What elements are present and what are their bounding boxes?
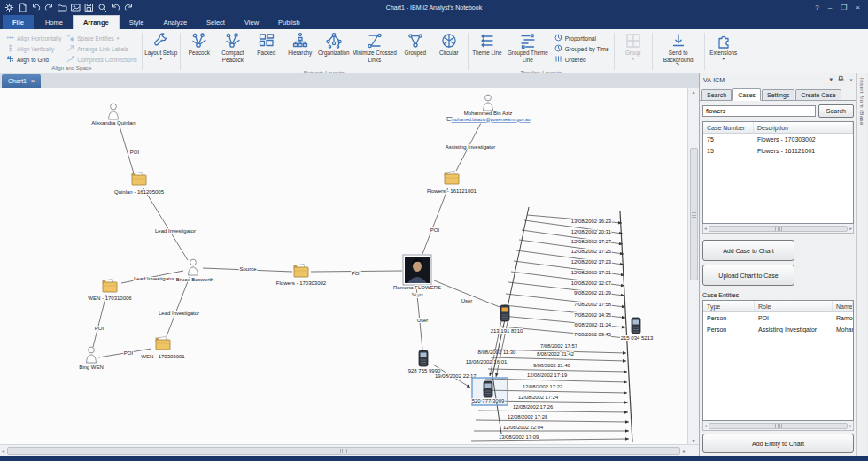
ribbon-tab-home[interactable]: Home [35,15,73,29]
entity-wen-170303001[interactable]: WEN - 170303001 [141,336,185,359]
redo-arrow-icon[interactable] [44,3,54,12]
help-button[interactable]: ? [815,4,818,12]
open-folder-icon[interactable] [58,3,67,12]
send-to-background-button[interactable]: Send to Background ▾ [655,30,702,69]
horizontal-scroll-thumb[interactable] [7,447,680,455]
chart-vertical-scrollbar[interactable]: ▴ ▾ [687,88,699,444]
link-lead-investigator[interactable]: Lead Investigator [143,188,196,260]
circular-button[interactable]: Circular [432,30,466,69]
link-lead-investigator[interactable]: Lead Investigator [159,277,199,336]
link-user[interactable]: User [434,280,500,307]
entity-alexandra[interactable]: Alexandra Quinlan [91,104,135,126]
organization-button[interactable]: Organization [317,30,351,69]
grouped-theme-line-button[interactable]: Grouped Theme Line [504,30,552,69]
case-row[interactable]: 15Flowers - 161121001 [703,145,853,157]
panel-tab-create-case[interactable]: Create Case [795,89,841,100]
entity-ramona[interactable]: Ramona FLOWERS34 yrs [393,255,441,297]
ribbon-tab-publish[interactable]: Publish [268,15,310,29]
entity-phone-520[interactable]: 520 777 3009 [472,378,508,405]
search-icon[interactable] [97,3,107,12]
column-header[interactable]: Name [833,301,853,311]
theme-line-button[interactable]: Theme Line [470,30,504,69]
panel-tab-settings[interactable]: Settings [762,89,794,100]
entity-flowers-161121001[interactable]: Flowers - 161121001 [427,171,477,194]
entity-mohammed[interactable]: Mohammed Bin Azizmohamed.binaziz@powerse… [447,95,531,122]
scroll-right-icon[interactable]: ▸ [849,226,852,231]
pin-icon[interactable] [837,75,845,84]
timeline-event-link[interactable]: 12/08/2002 22:04 [474,425,629,433]
link-poi[interactable]: POI [118,120,139,173]
scroll-up-icon[interactable]: ▴ [692,88,694,95]
redo-arrow-icon[interactable] [124,3,134,12]
proportional-button[interactable]: Proportional [552,33,612,43]
peacock-button[interactable]: Peacock [182,30,216,69]
ribbon-tab-analyze[interactable]: Analyze [153,15,197,29]
picture-icon[interactable] [71,3,81,12]
close-icon[interactable]: × [31,78,35,84]
link-assisting-investigator[interactable]: Assisting Investigator [446,119,496,171]
link-poi[interactable]: POI [422,188,448,254]
undo-arrow-icon[interactable] [111,3,120,12]
scroll-left-icon[interactable]: ◂ [2,448,4,454]
entity-email-link[interactable]: mohamed.binaziz@powersearns.gov.au [452,117,531,122]
link-poi[interactable]: POI [93,295,106,347]
column-header[interactable]: Case Number [703,122,754,133]
chart-document-tab[interactable]: Chart1 × [2,74,41,88]
close-button[interactable]: × [856,4,860,12]
undo-arrow-icon[interactable] [31,3,41,12]
entity-row[interactable]: PersonAssisting InvestigatorMohammed Bin… [703,324,853,335]
add-case-to-chart-button[interactable]: Add Case to Chart [702,240,794,261]
scroll-left-icon[interactable]: ◂ [704,226,707,231]
layout-setup-button[interactable]: Layout Setup ▾ [144,30,178,69]
entity-row[interactable]: PersonPOIRamona FLOWERS [703,312,853,324]
chart-horizontal-scrollbar[interactable]: ◂ ▸ [0,445,687,456]
entities-table-scrollbar[interactable]: ◂ ▸ [702,421,854,431]
ribbon-tab-arrange[interactable]: Arrange [73,15,120,29]
minimize-crossed-links-button[interactable]: Minimize Crossed Links [351,30,399,69]
new-document-icon[interactable] [18,3,27,12]
entity-bing[interactable]: Bing WEN [79,347,104,370]
link-source[interactable]: Source [203,266,292,272]
case-search-input[interactable] [702,105,816,117]
timeline-event-link[interactable]: 7/08/2002 17:58 [506,294,625,308]
scroll-down-icon[interactable]: ▾ [692,437,694,444]
panel-close-icon[interactable]: × [849,77,853,83]
scroll-right-icon[interactable]: ▸ [683,448,686,454]
restore-button[interactable]: ❐ [841,4,847,12]
chart-canvas[interactable]: POILead InvestigatorLead InvestigatorLea… [0,88,687,444]
entity-quinlan-case[interactable]: Quinlan - 161205005 [114,172,165,195]
ribbon-tab-style[interactable]: Style [120,15,154,29]
link-poi[interactable]: POI [311,271,402,276]
minimize-button[interactable]: – [828,4,832,12]
grouped-by-time-button[interactable]: Grouped by Time [552,43,612,54]
scroll-right-icon[interactable]: ▸ [849,423,852,428]
vertical-scroll-thumb[interactable] [690,148,698,280]
collapsed-panel-strip[interactable]: Insert from iBase [856,73,867,456]
app-gear-icon[interactable] [4,3,14,12]
extensions-button[interactable]: Extensions ▾ [707,30,740,69]
timeline-event-link[interactable]: 13/08/2002 17:09 [471,434,629,441]
column-header[interactable]: Description [754,122,853,133]
grouped-button[interactable]: Grouped [399,30,432,69]
ribbon-tab-file[interactable]: File [3,15,34,29]
chevron-down-icon[interactable]: ▾ [829,76,833,83]
save-icon[interactable] [84,3,94,12]
entity-phone-928[interactable]: 928 755 9990 [408,350,441,373]
cases-table-scrollbar[interactable]: ◂ ▸ [702,224,854,234]
link-lead-investigator[interactable]: Lead Investigator [121,271,183,283]
add-entity-to-chart-button[interactable]: Add Entity to Chart [702,434,854,453]
timeline-event-link[interactable]: 6/08/2002 11:24 [502,316,625,328]
timeline-event-link[interactable]: 7/08/2002 14:35 [504,305,625,319]
scroll-left-icon[interactable]: ◂ [704,423,707,428]
timeline-event-link[interactable]: 9/08/2002 21:40 [488,363,627,373]
panel-tab-search[interactable]: Search [701,89,732,100]
case-row[interactable]: 75Flowers - 170303002 [703,134,853,145]
ribbon-tab-view[interactable]: View [235,15,268,29]
search-button[interactable]: Search [818,104,854,118]
align-to-grid-button[interactable]: Align to Grid [4,54,64,65]
panel-tab-cases[interactable]: Cases [732,88,761,101]
compact-peacock-button[interactable]: Compact Peacock [216,30,250,69]
entity-phone-213[interactable]: 213 191 8210 [491,305,523,334]
entity-flowers-170303002[interactable]: Flowers - 170303002 [276,264,327,286]
hierarchy-button[interactable]: Hierarchy [283,30,317,69]
